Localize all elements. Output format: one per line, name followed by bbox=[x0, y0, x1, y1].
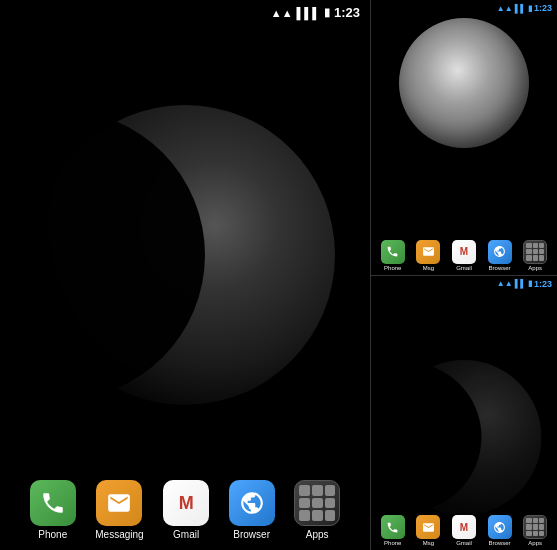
browser-label: Browser bbox=[233, 529, 270, 540]
browser-icon bbox=[229, 480, 275, 526]
battery-icon-tr: ▮ bbox=[528, 4, 532, 13]
tr-dock-browser[interactable]: Browser bbox=[488, 240, 512, 271]
br-dock-phone[interactable]: Phone bbox=[381, 515, 405, 546]
br-browser-label: Browser bbox=[489, 540, 511, 546]
tr-apps-icon bbox=[523, 240, 547, 264]
dock-item-browser[interactable]: Browser bbox=[229, 480, 275, 540]
wifi-icon-br: ▲▲ bbox=[497, 279, 513, 288]
br-gmail-label: Gmail bbox=[456, 540, 472, 546]
signal-icon-tr: ▌▌ bbox=[515, 4, 526, 13]
tr-browser-label: Browser bbox=[489, 265, 511, 271]
br-apps-label: Apps bbox=[528, 540, 542, 546]
dock-top-right: Phone Msg M Gmail Browser bbox=[371, 240, 557, 271]
br-apps-icon bbox=[523, 515, 547, 539]
moon-background-left bbox=[0, 0, 370, 550]
moon-bottom-right-container bbox=[387, 360, 542, 515]
dock-bottom-right: Phone Msg M Gmail Browser bbox=[371, 515, 557, 546]
wifi-icon-tr: ▲▲ bbox=[497, 4, 513, 13]
gmail-label: Gmail bbox=[173, 529, 199, 540]
left-panel: ▲▲ ▌▌▌ ▮ 1:23 Phone Messaging M Gma bbox=[0, 0, 370, 550]
br-messaging-icon bbox=[416, 515, 440, 539]
br-dock-messaging[interactable]: Msg bbox=[416, 515, 440, 546]
tr-browser-icon bbox=[488, 240, 512, 264]
tr-messaging-label: Msg bbox=[423, 265, 434, 271]
dock-left: Phone Messaging M Gmail Browser bbox=[0, 480, 370, 540]
tr-dock-phone[interactable]: Phone bbox=[381, 240, 405, 271]
tr-gmail-icon: M bbox=[452, 240, 476, 264]
tr-gmail-label: Gmail bbox=[456, 265, 472, 271]
br-gmail-icon: M bbox=[452, 515, 476, 539]
right-panel-top: ▲▲ ▌▌ ▮ 1:23 Phone Msg M Gmail bbox=[371, 0, 557, 275]
messaging-icon bbox=[96, 480, 142, 526]
br-dock-browser[interactable]: Browser bbox=[488, 515, 512, 546]
tr-phone-icon bbox=[381, 240, 405, 264]
tr-messaging-icon bbox=[416, 240, 440, 264]
status-bar-top-right: ▲▲ ▌▌ ▮ 1:23 bbox=[497, 3, 552, 13]
tr-dock-gmail[interactable]: M Gmail bbox=[452, 240, 476, 271]
tr-dock-apps[interactable]: Apps bbox=[523, 240, 547, 271]
battery-icon-br: ▮ bbox=[528, 279, 532, 288]
time-tr: 1:23 bbox=[534, 3, 552, 13]
dock-item-messaging[interactable]: Messaging bbox=[95, 480, 143, 540]
right-panel-bottom: ▲▲ ▌▌ ▮ 1:23 Phone Msg bbox=[371, 275, 557, 551]
phone-label: Phone bbox=[38, 529, 67, 540]
br-browser-icon bbox=[488, 515, 512, 539]
moon-top-right bbox=[399, 18, 529, 148]
apps-label: Apps bbox=[306, 529, 329, 540]
signal-icon-br: ▌▌ bbox=[515, 279, 526, 288]
br-phone-icon bbox=[381, 515, 405, 539]
dock-item-phone[interactable]: Phone bbox=[30, 480, 76, 540]
br-phone-label: Phone bbox=[384, 540, 401, 546]
gmail-icon: M bbox=[163, 480, 209, 526]
phone-icon bbox=[30, 480, 76, 526]
tr-apps-label: Apps bbox=[528, 265, 542, 271]
dock-item-apps[interactable]: Apps bbox=[294, 480, 340, 540]
dock-item-gmail[interactable]: M Gmail bbox=[163, 480, 209, 540]
tr-dock-messaging[interactable]: Msg bbox=[416, 240, 440, 271]
time-br: 1:23 bbox=[534, 279, 552, 289]
status-bar-bottom-right: ▲▲ ▌▌ ▮ 1:23 bbox=[497, 279, 552, 289]
br-messaging-label: Msg bbox=[423, 540, 434, 546]
apps-icon bbox=[294, 480, 340, 526]
br-dock-apps[interactable]: Apps bbox=[523, 515, 547, 546]
messaging-label: Messaging bbox=[95, 529, 143, 540]
br-dock-gmail[interactable]: M Gmail bbox=[452, 515, 476, 546]
tr-phone-label: Phone bbox=[384, 265, 401, 271]
right-panels: ▲▲ ▌▌ ▮ 1:23 Phone Msg M Gmail bbox=[370, 0, 557, 550]
